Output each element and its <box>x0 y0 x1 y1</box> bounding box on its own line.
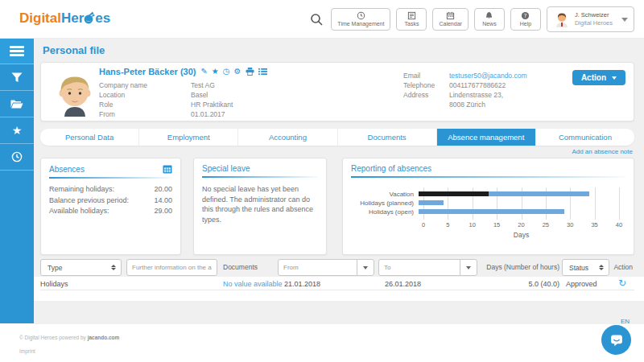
copyright-prefix: © Digital Heroes powered by <box>19 335 88 340</box>
add-absence-note-link[interactable]: Add an absence note <box>572 148 633 155</box>
edit-pencil-icon[interactable]: ✎ <box>200 68 207 76</box>
documents-column-label: Documents <box>223 263 258 271</box>
action-button-label: Action <box>581 73 606 82</box>
contact-values: testuser50@jacando.com 004117677886622 L… <box>449 71 527 109</box>
field-value: Test AG <box>191 80 233 90</box>
summary-value: 14.00 <box>154 196 172 208</box>
nav-label: Calendar <box>439 21 461 27</box>
print-icon[interactable] <box>246 68 254 76</box>
special-leave-text: No special leave has yet been defined. T… <box>202 184 318 224</box>
employee-name: Hans-Peter Bäcker (30) <box>99 67 196 76</box>
clock-icon <box>337 11 384 20</box>
table-row-band: Holidays No value available 21.01.2018 2… <box>34 277 644 301</box>
nav-tasks-button[interactable]: Tasks <box>396 8 427 31</box>
date-dropdown-icon[interactable] <box>357 260 374 275</box>
cell-days: 5.0 (40.0) <box>481 280 559 288</box>
cell-type: Holidays <box>40 280 68 288</box>
chart-tick-label: 5 <box>446 221 449 228</box>
field-value: 01.01.2017 <box>191 109 233 119</box>
header-nav: Time Management Tasks Calendar News <box>309 6 634 33</box>
sidebar-filter-button[interactable] <box>0 64 34 91</box>
absence-bar-chart: VacationHolidays (planned)Holidays (open… <box>343 187 627 250</box>
refresh-icon[interactable]: ↻ <box>618 278 626 288</box>
chart-axis-ticks: 0510152025303540 <box>423 221 619 229</box>
select-stepper-icon <box>111 265 116 270</box>
folder-icon <box>10 99 23 109</box>
cell-to-date: 26.01.2018 <box>385 280 421 288</box>
chart-tick-label: 25 <box>543 221 549 228</box>
favorite-star-icon[interactable]: ★ <box>212 68 219 76</box>
email-label: Email <box>403 71 435 80</box>
search-icon[interactable] <box>309 12 324 27</box>
type-select[interactable]: Type <box>40 259 122 276</box>
employee-field-labels: Company name Location Role From <box>99 80 147 119</box>
sidebar-favorites-button[interactable]: ★ <box>0 117 34 144</box>
field-label: Role <box>99 100 147 109</box>
sidebar-files-button[interactable] <box>0 91 34 117</box>
chart-x-axis-label: Days <box>423 231 619 239</box>
nav-label: Time Management <box>337 21 384 27</box>
field-value: HR Praktikant <box>191 100 233 109</box>
tasks-icon <box>402 11 420 20</box>
absence-info-input[interactable] <box>126 259 217 276</box>
cell-from-date: 21.01.2018 <box>284 280 320 288</box>
user-org: Digital Heroes <box>575 19 613 27</box>
action-column-label: Action <box>610 263 633 271</box>
jacando-link[interactable]: jacando.com <box>88 335 120 340</box>
settings-gear-icon[interactable]: ⚙ <box>234 68 242 76</box>
chart-bar-track <box>419 191 619 196</box>
chart-tick-label: 10 <box>469 221 476 228</box>
imprint-link[interactable]: Imprint <box>19 348 35 354</box>
page-footer: © Digital Heroes powered by jacando.com … <box>0 324 644 362</box>
date-dropdown-icon[interactable] <box>460 260 477 275</box>
action-button[interactable]: Action <box>572 70 625 85</box>
chart-bar-segment <box>419 200 444 205</box>
table-row[interactable]: Holidays No value available 21.01.2018 2… <box>40 277 634 290</box>
tab-accounting[interactable]: Accounting <box>238 129 337 146</box>
nav-calendar-button[interactable]: Calendar <box>432 8 468 31</box>
days-column-label: Days (Number of hours) <box>481 263 559 271</box>
calendar-icon[interactable] <box>163 164 172 174</box>
language-selector[interactable]: EN <box>621 318 630 325</box>
history-clock-icon[interactable]: ◷ <box>223 68 230 76</box>
select-stepper-icon <box>599 265 604 270</box>
to-date-field[interactable] <box>379 260 460 275</box>
status-select[interactable]: Status <box>562 259 609 276</box>
nav-help-button[interactable]: ? Help <box>510 8 541 31</box>
from-date-field[interactable] <box>279 260 357 275</box>
chevron-down-icon <box>621 18 628 22</box>
user-avatar <box>553 10 571 28</box>
to-date-input <box>378 259 477 276</box>
user-name: J. Schweizer <box>575 11 613 19</box>
user-menu-button[interactable]: J. Schweizer Digital Heroes <box>547 6 634 32</box>
nav-news-button[interactable]: News <box>474 8 505 31</box>
chart-tick-label: 20 <box>518 221 524 228</box>
sidebar-history-button[interactable] <box>0 144 34 171</box>
chat-widget-button[interactable] <box>601 325 631 355</box>
chat-bubble-icon <box>608 331 625 349</box>
cell-documents-link[interactable]: No value available <box>223 280 283 288</box>
email-link[interactable]: testuser50@jacando.com <box>449 71 527 80</box>
top-header: Digital Her es Time Management <box>0 0 644 39</box>
tab-communication[interactable]: Communication <box>536 129 634 146</box>
tab-personal-data[interactable]: Personal Data <box>40 129 139 146</box>
logo-text-es: es <box>95 10 110 27</box>
chart-bar-segment <box>419 209 564 214</box>
nav-label: Tasks <box>405 21 419 27</box>
chart-tick-label: 30 <box>567 221 573 228</box>
chart-tick-label: 40 <box>616 221 622 228</box>
nav-time-management-button[interactable]: Time Management <box>331 8 390 31</box>
sidebar-menu-button[interactable] <box>0 39 34 64</box>
comet-icon <box>83 11 96 24</box>
panel-divider <box>202 176 318 178</box>
tab-documents[interactable]: Documents <box>338 129 437 146</box>
tab-employment[interactable]: Employment <box>139 129 238 146</box>
logo-text-digital: Digital <box>19 10 61 27</box>
tab-absence-management[interactable]: Absence management <box>437 129 536 146</box>
star-icon: ★ <box>12 125 23 136</box>
nav-label: Help <box>520 21 531 27</box>
absence-summary-row: Remaining holidays: 20.00 <box>49 185 172 196</box>
telephone-value: 004117677886622 <box>449 80 527 90</box>
absences-panel-title: Absences <box>49 165 85 174</box>
details-list-icon[interactable] <box>258 68 267 76</box>
